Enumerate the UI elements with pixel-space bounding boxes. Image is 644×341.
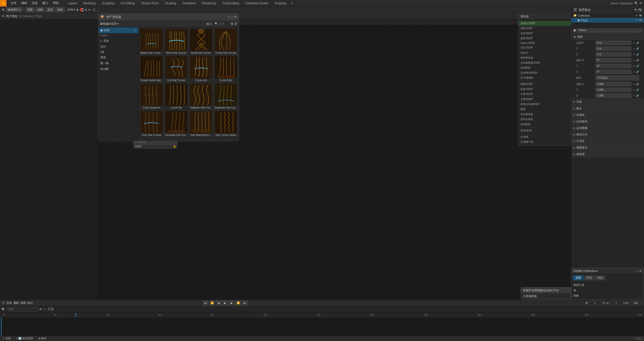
qwindows-tab-enable[interactable]: 启用 [573, 275, 583, 280]
outliner-render[interactable]: 📷 [638, 8, 642, 12]
asset-grid-container[interactable]: Attach Hair Curve... [139, 27, 239, 141]
menu-window[interactable]: 窗口 [40, 1, 50, 6]
search-icon[interactable]: 🔍 [634, 2, 638, 5]
tab-shading[interactable]: Shading [162, 1, 179, 6]
pos-z-link[interactable]: 🔗 [636, 53, 639, 56]
shader-q-bubble[interactable]: Q-薄膜气泡 [518, 139, 571, 144]
timeline-prev[interactable]: ⏪ [209, 300, 215, 306]
shader-sheen[interactable]: Sheen BSDF [518, 41, 571, 45]
instancing-title[interactable]: ▷ 实例化 [571, 112, 644, 118]
asset-create-guide[interactable]: Create Guide Inde... [140, 56, 164, 82]
tab-compositing[interactable]: Compositing [219, 1, 242, 6]
timeline-search[interactable]: 搜索 [7, 307, 37, 312]
asset-search-input[interactable]: 🔍 搜索 [213, 21, 230, 26]
shader-glossy[interactable]: 光泽 BSDF [518, 31, 571, 36]
sidebar-hair[interactable]: ▷ 毛发 [98, 38, 138, 44]
timeline-play[interactable]: ▶ [222, 300, 228, 306]
sidebar-boqing[interactable]: 博清 [98, 55, 138, 60]
asset-blend-hair[interactable]: Blend Hair Curves [165, 28, 188, 55]
timeline-next[interactable]: ⏩ [235, 300, 241, 306]
asset-close[interactable]: ✕ [234, 15, 237, 19]
asset-maximize[interactable]: □ [231, 15, 233, 19]
timeline-prev-key[interactable]: ◀ [216, 300, 221, 306]
rot-x-link[interactable]: 🔗 [636, 59, 639, 62]
col-eye[interactable]: 👁 [635, 14, 638, 17]
viewport-menu-view[interactable]: 👁 [2, 15, 5, 18]
settings-icon[interactable]: ⚙ [639, 2, 642, 5]
proportional-icon[interactable]: ⊙ [85, 8, 87, 12]
timeline-playback[interactable]: 回放 [6, 301, 12, 305]
lineart-title[interactable]: ▷ 线条画 [571, 151, 644, 157]
scale-x-value[interactable]: 1.000 [595, 82, 631, 86]
toolbar-object[interactable]: 物体 [56, 7, 65, 12]
asset-hair-noise[interactable]: Hair Curves Noise [214, 111, 238, 137]
qwindows-minimize[interactable]: — [636, 269, 639, 273]
pos-x-value[interactable]: 0 m [595, 41, 631, 45]
rot-z-link[interactable]: 🔗 [636, 71, 639, 73]
pos-y-link[interactable]: 🔗 [636, 47, 639, 50]
shader-mix[interactable]: 混合着色器 [518, 112, 571, 117]
asset-braid-hair[interactable]: Braid Hair Curves [189, 28, 213, 55]
viewport-display-title[interactable]: ▷ 视图显示 [571, 144, 644, 151]
qwindows-close[interactable]: ✕ [639, 269, 642, 273]
tab-add[interactable]: + [290, 1, 295, 6]
scene-label[interactable]: Scene [611, 2, 619, 5]
tab-animation[interactable]: Animation [179, 1, 199, 6]
rot-z-value[interactable]: 0° [595, 70, 631, 74]
menu-file[interactable]: 文件 [9, 1, 19, 6]
shader-transparent[interactable]: 透明 BSDF [518, 36, 571, 41]
qwindows-item-2[interactable]: 变换 [573, 293, 642, 298]
shader-add[interactable]: 相加着色器 [518, 55, 571, 60]
transform-icon[interactable]: ⊕ [76, 8, 79, 12]
scale-z-animate[interactable]: ● [633, 94, 635, 97]
asset-curve-segment[interactable]: Curve Segment [140, 83, 164, 110]
shader-q-bsdf[interactable]: Q-原理化BSDF [518, 70, 571, 75]
frame-current[interactable]: 1 [589, 301, 601, 305]
asset-location-dropdown[interactable]: 遍循偏好设置 ▾ [100, 22, 119, 26]
annotate-icon[interactable]: ✏ [88, 8, 91, 12]
shader-q-glass[interactable]: Q-玻璃 [518, 134, 571, 139]
motion-path-title[interactable]: ▷ 运动路径 [571, 118, 644, 125]
shader-holdout[interactable]: 隔周 [518, 107, 571, 112]
timeline-playframe[interactable]: 播帧 [13, 301, 19, 305]
qwindows-item-1[interactable]: 填 [573, 288, 642, 293]
pos-y-animate[interactable]: ● [633, 47, 635, 50]
timeline-view[interactable]: 视图 [20, 301, 26, 305]
rot-y-animate[interactable]: ● [633, 65, 635, 67]
asset-frizz-hair[interactable]: Frizz Hair Curves [140, 111, 164, 137]
outliner-eye[interactable]: 👁 [634, 8, 637, 12]
scale-z-value[interactable]: 1.000 [595, 93, 631, 98]
asset-displace-hair[interactable]: Displace Hair Cur... [189, 83, 213, 110]
rot-x-animate[interactable]: ● [633, 59, 635, 62]
asset-filter[interactable]: ⚙ [231, 22, 233, 26]
asset-curve-tip[interactable]: Curve Tip [165, 83, 188, 110]
rot-y-link[interactable]: 🔗 [636, 65, 639, 67]
col-render[interactable]: 📷 [639, 14, 642, 17]
tab-modeling[interactable]: Modeling [80, 1, 99, 6]
scale-x-link[interactable]: 🔗 [636, 83, 639, 85]
pos-z-animate[interactable]: ● [633, 53, 635, 56]
shader-sss[interactable]: 次表面散射(SSS) [518, 60, 571, 65]
timeline-first[interactable]: ⏮ [203, 300, 208, 306]
toolbar-icon-1[interactable]: 🖱 [2, 8, 5, 12]
shader-princ-vol[interactable]: 原理化体积 [518, 117, 571, 122]
shader-vol-scatter[interactable]: 体积散射 [518, 122, 571, 127]
asset-clump-hair[interactable]: Clump Hair Curves [214, 28, 238, 55]
shading-title[interactable]: ▷ 着色方式 [571, 131, 644, 138]
tab-sculpting[interactable]: Sculpting [99, 1, 117, 6]
shader-hair[interactable]: 毛发 BSDF [518, 45, 571, 50]
sidebar-unassigned[interactable]: 未分配 [98, 66, 138, 72]
shader-hair-bsdf[interactable]: 原理化毛发BSDF [518, 102, 571, 107]
asset-attach-hair[interactable]: Attach Hair Curve... [140, 28, 164, 55]
pos-y-value[interactable]: 0 m [595, 46, 631, 51]
toolbar-select[interactable]: 选择 [35, 7, 45, 12]
timeline-summary-toggle[interactable]: ▷ [44, 308, 46, 311]
toolbar-view[interactable]: 视图 [25, 7, 34, 12]
shader-vol-absorb[interactable]: 体积吸收 [518, 65, 571, 70]
tab-uv-editing[interactable]: UV Editing [117, 1, 138, 6]
asset-curl-hair[interactable]: Curl Hair Curves [165, 56, 188, 82]
timeline-mark[interactable]: 标记 [27, 301, 33, 305]
timeline-swap-icon[interactable]: ⇄ [39, 308, 42, 311]
qwindows-tab-remove[interactable]: 移除 [595, 275, 606, 280]
shader-background[interactable]: 背景(世界) [518, 128, 571, 133]
